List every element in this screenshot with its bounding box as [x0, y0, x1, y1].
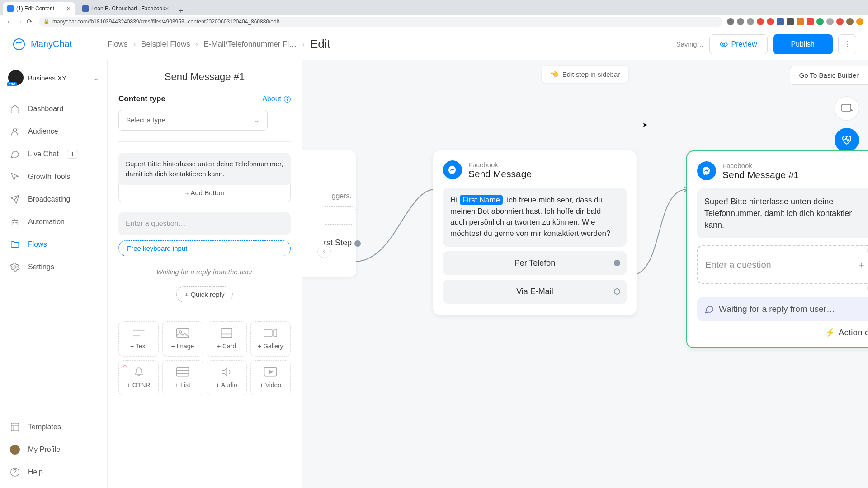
block-text[interactable]: + Text	[118, 321, 159, 357]
sidebar-item-help[interactable]: Help	[0, 461, 107, 483]
quick-reply-label: + Quick reply	[185, 291, 225, 298]
svg-rect-16	[264, 329, 272, 337]
svg-point-2	[13, 128, 16, 131]
image-icon	[176, 328, 189, 338]
quick-reply-button[interactable]: + Quick reply	[176, 286, 233, 302]
ext-icon[interactable]	[807, 18, 814, 25]
connector-dot[interactable]	[354, 240, 361, 247]
tab-favicon	[82, 5, 89, 12]
flow-node-send-message[interactable]: Facebook Send Message Hi First Name, ich…	[433, 150, 637, 315]
node-option-telefon[interactable]: Per Telefon	[443, 251, 627, 275]
question-input[interactable]: Enter a question…	[118, 212, 291, 235]
sidebar-item-profile[interactable]: My Profile	[0, 438, 107, 461]
go-basic-button[interactable]: Go To Basic Builder	[790, 66, 868, 85]
browser-tab-active[interactable]: (1) Edit Content ×	[3, 2, 75, 15]
node-platform: Facebook	[468, 161, 532, 169]
sidebar-item-broadcasting[interactable]: Broadcasting	[0, 188, 107, 211]
logo[interactable]: ManyChat	[12, 37, 108, 52]
block-video[interactable]: + Video	[250, 360, 291, 395]
sidebar-item-dashboard[interactable]: Dashboard	[0, 98, 107, 120]
extension-icons	[727, 18, 863, 25]
audio-icon	[220, 367, 233, 377]
node-option-email[interactable]: Via E-Mail	[443, 280, 627, 304]
send-icon	[10, 194, 20, 204]
ext-icon[interactable]	[797, 18, 804, 25]
reload-icon[interactable]: ⟳	[24, 18, 34, 26]
close-tab-icon[interactable]: ×	[67, 5, 71, 12]
new-tab-button[interactable]: +	[176, 7, 185, 15]
sidebar-item-automation[interactable]: Automation	[0, 211, 107, 233]
crumb[interactable]: E-Mail/Telefonnummer Fl…	[203, 40, 297, 49]
block-label: + Text	[130, 343, 147, 350]
browser-tab-inactive[interactable]: Leon R. Chaudhari | Facebook ×	[78, 2, 173, 15]
robot-icon	[10, 217, 20, 227]
sidebar-item-settings[interactable]: Settings	[0, 256, 107, 278]
flow-node-send-message-1[interactable]: Facebook Send Message #1 Super! Bitte hi…	[686, 150, 868, 348]
block-gallery[interactable]: + Gallery	[250, 321, 291, 357]
ext-icon[interactable]	[826, 18, 834, 25]
content-type-select[interactable]: Select a type ⌄	[118, 110, 268, 131]
ext-icon[interactable]	[836, 18, 844, 25]
chevron-left-icon[interactable]: ‹	[317, 244, 331, 258]
block-label: + Card	[217, 343, 236, 350]
peek-triggers-text: ggers.	[332, 192, 352, 200]
ext-icon[interactable]	[757, 18, 764, 25]
block-otnr[interactable]: ⚠ + OTNR	[118, 360, 159, 395]
msg-pre: Hi	[450, 196, 460, 204]
action-on-row[interactable]: ⚡ Action on	[697, 328, 868, 338]
sidebar-item-flows[interactable]: Flows	[0, 233, 107, 256]
url-input[interactable]: 🔒 manychat.com/fb181039443240839/cms/fil…	[39, 17, 722, 27]
message-text-block[interactable]: Super! Bitte hinterlasse unten deine Tel…	[118, 153, 291, 185]
free-keyboard-pill[interactable]: Free keyboard input	[118, 240, 291, 256]
sidebar-item-audience[interactable]: Audience	[0, 120, 107, 143]
forward-icon[interactable]: →	[14, 18, 24, 25]
ext-icon[interactable]	[737, 18, 744, 25]
add-button[interactable]: + Add Button	[118, 183, 291, 202]
url-text: manychat.com/fb181039443240839/cms/files…	[52, 19, 279, 25]
browser-tabs-bar: (1) Edit Content × Leon R. Chaudhari | F…	[0, 0, 868, 15]
flow-node-starting-step[interactable]: ggers. rst Step ‹	[302, 150, 356, 277]
svg-rect-14	[221, 328, 232, 338]
waiting-reply-pill: Waiting for a reply from user…	[697, 297, 868, 321]
add-card-fab[interactable]	[835, 96, 859, 121]
enter-question-placeholder[interactable]: Enter a question ＋ －	[697, 245, 868, 284]
sidebar-item-livechat[interactable]: Live Chat 1	[0, 143, 107, 165]
publish-button[interactable]: Publish	[773, 34, 833, 54]
close-tab-icon[interactable]: ×	[165, 5, 169, 12]
ext-icon[interactable]	[787, 18, 794, 25]
ext-icon[interactable]	[777, 18, 784, 25]
about-link[interactable]: About ?	[262, 95, 291, 103]
block-audio[interactable]: + Audio	[207, 360, 247, 395]
avatar-icon[interactable]	[846, 18, 854, 25]
crumb-current: Edit	[310, 37, 330, 51]
heart-fab[interactable]	[835, 128, 859, 152]
ext-icon[interactable]	[727, 18, 734, 25]
edit-step-hint[interactable]: 👈 Edit step in sidebar	[542, 66, 628, 83]
business-selector[interactable]: PRO Business XY ⌄	[0, 63, 107, 93]
ext-icon[interactable]	[747, 18, 754, 25]
node-platform: Facebook	[722, 162, 799, 169]
ext-icon[interactable]	[856, 18, 863, 25]
folder-icon	[10, 239, 20, 249]
connector-dot[interactable]	[614, 288, 620, 295]
block-label: + OTNR	[127, 381, 151, 389]
ext-icon[interactable]	[816, 18, 824, 25]
preview-button[interactable]: Preview	[709, 34, 768, 54]
panel-title[interactable]: Send Message #1	[118, 71, 291, 83]
option-label: Per Telefon	[514, 258, 556, 267]
block-card[interactable]: + Card	[207, 321, 247, 357]
crumb[interactable]: Flows	[108, 40, 127, 49]
svg-rect-3	[12, 220, 18, 225]
sidebar-item-templates[interactable]: Templates	[0, 416, 107, 438]
ext-icon[interactable]	[767, 18, 774, 25]
connector-dot[interactable]	[614, 260, 620, 266]
more-button[interactable]: ⋮	[838, 34, 856, 54]
crumb[interactable]: Beispiel Flows	[141, 40, 190, 49]
sidebar-item-growth[interactable]: Growth Tools	[0, 165, 107, 188]
nav-label: Settings	[28, 263, 54, 271]
block-image[interactable]: + Image	[162, 321, 203, 357]
back-icon[interactable]: ←	[5, 18, 14, 25]
flow-canvas[interactable]: 👈 Edit step in sidebar Go To Basic Build…	[302, 60, 868, 488]
block-list[interactable]: + List	[162, 360, 203, 395]
plus-icon[interactable]: ＋	[856, 258, 866, 272]
